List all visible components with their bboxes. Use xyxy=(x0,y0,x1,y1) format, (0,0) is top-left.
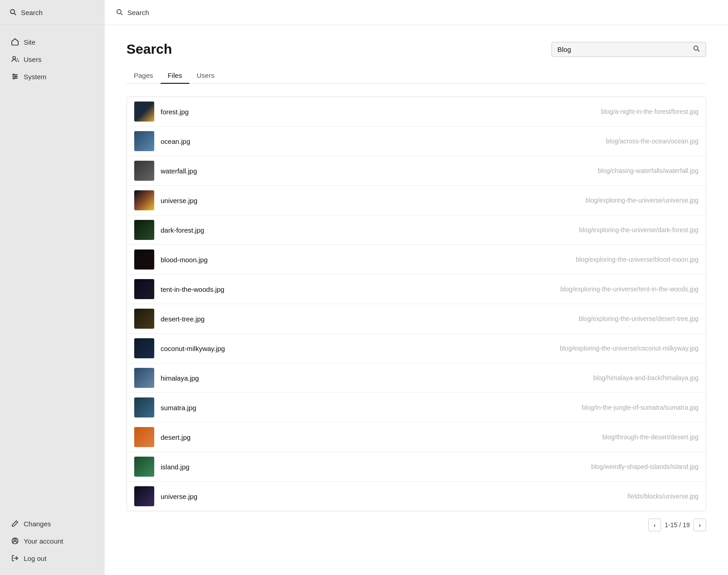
sidebar-item-site[interactable]: Site xyxy=(5,34,99,50)
file-row[interactable]: desert-tree.jpgblog/exploring-the-univer… xyxy=(127,304,706,334)
sidebar-search-label: Search xyxy=(21,9,43,16)
sidebar-item-your-account[interactable]: Your account xyxy=(5,533,99,549)
file-thumbnail xyxy=(134,397,154,417)
file-thumbnail xyxy=(134,486,154,506)
prev-page-button[interactable]: ‹ xyxy=(648,519,661,531)
home-icon xyxy=(11,38,19,46)
file-row[interactable]: forest.jpgblog/a-night-in-the-forest/for… xyxy=(127,97,706,127)
file-name: universe.jpg xyxy=(161,493,627,500)
file-list: forest.jpgblog/a-night-in-the-forest/for… xyxy=(126,97,706,511)
page-info: 1-15 / 19 xyxy=(665,521,690,529)
page-title: Search xyxy=(126,41,172,57)
file-thumbnail xyxy=(134,427,154,447)
main-body: Search Pages Files Users forest.jpgblog/… xyxy=(105,25,728,575)
file-name: dark-forest.jpg xyxy=(161,226,579,234)
svg-point-8 xyxy=(14,78,15,79)
file-path: fields/blocks/universe.jpg xyxy=(627,493,698,500)
sliders-icon xyxy=(11,72,19,81)
file-row[interactable]: universe.jpgfields/blocks/universe.jpg xyxy=(127,482,706,511)
file-name: forest.jpg xyxy=(161,108,601,116)
search-input[interactable] xyxy=(557,46,689,53)
search-tabs: Pages Files Users xyxy=(126,68,706,84)
tab-pages[interactable]: Pages xyxy=(126,68,161,84)
file-name: desert-tree.jpg xyxy=(161,315,579,323)
search-submit-icon[interactable] xyxy=(693,45,700,54)
users-icon xyxy=(11,55,19,63)
sidebar-item-changes[interactable]: Changes xyxy=(5,516,99,531)
file-thumbnail xyxy=(134,102,154,122)
sidebar-item-users[interactable]: Users xyxy=(5,51,99,67)
main-header: Search xyxy=(105,0,728,25)
file-row[interactable]: sumatra.jpgblog/in-the-jungle-of-sumatra… xyxy=(127,393,706,422)
file-thumbnail xyxy=(134,309,154,329)
sidebar-item-users-label: Users xyxy=(24,56,41,63)
file-row[interactable]: coconut-milkyway.jpgblog/exploring-the-u… xyxy=(127,334,706,363)
file-thumbnail xyxy=(134,249,154,270)
svg-point-14 xyxy=(694,46,698,50)
search-header: Search xyxy=(126,41,706,57)
file-thumbnail xyxy=(134,457,154,477)
file-row[interactable]: tent-in-the-woods.jpgblog/exploring-the-… xyxy=(127,275,706,304)
search-icon xyxy=(9,8,17,16)
file-thumbnail xyxy=(134,368,154,388)
file-name: blood-moon.jpg xyxy=(161,256,576,264)
file-path: blog/a-night-in-the-forest/forest.jpg xyxy=(601,108,698,115)
search-input-wrap[interactable] xyxy=(551,42,706,57)
sidebar-search-button[interactable]: Search xyxy=(9,8,96,16)
file-row[interactable]: universe.jpgblog/exploring-the-universe/… xyxy=(127,186,706,215)
file-thumbnail xyxy=(134,279,154,299)
file-row[interactable]: ocean.jpgblog/across-the-ocean/ocean.jpg xyxy=(127,127,706,156)
svg-point-6 xyxy=(13,74,15,76)
file-path: blog/through-the-desert/desert.jpg xyxy=(602,433,698,441)
sidebar-item-your-account-label: Your account xyxy=(24,537,63,545)
file-path: blog/exploring-the-universe/desert-tree.… xyxy=(579,315,698,322)
file-row[interactable]: dark-forest.jpgblog/exploring-the-univer… xyxy=(127,215,706,245)
svg-point-0 xyxy=(10,10,15,14)
file-path: blog/weirdly-shaped-islands/island.jpg xyxy=(591,463,698,470)
log-out-icon xyxy=(11,554,19,562)
next-page-button[interactable]: › xyxy=(693,519,706,531)
sidebar-bottom: Changes Your account Log out xyxy=(0,510,105,575)
sidebar-item-system-label: System xyxy=(24,73,46,81)
sidebar-item-system[interactable]: System xyxy=(5,69,99,84)
file-thumbnail xyxy=(134,220,154,240)
svg-line-15 xyxy=(698,50,700,51)
file-row[interactable]: desert.jpgblog/through-the-desert/desert… xyxy=(127,422,706,452)
file-name: tent-in-the-woods.jpg xyxy=(161,285,560,293)
svg-point-10 xyxy=(14,539,16,541)
file-path: blog/exploring-the-universe/blood-moon.j… xyxy=(576,256,698,263)
sidebar-item-log-out[interactable]: Log out xyxy=(5,550,99,566)
svg-point-7 xyxy=(15,76,17,77)
file-thumbnail xyxy=(134,131,154,151)
file-name: universe.jpg xyxy=(161,197,586,204)
svg-line-1 xyxy=(15,14,16,15)
file-thumbnail xyxy=(134,190,154,210)
file-thumbnail xyxy=(134,161,154,181)
file-row[interactable]: island.jpgblog/weirdly-shaped-islands/is… xyxy=(127,452,706,482)
file-path: blog/exploring-the-universe/dark-forest.… xyxy=(579,226,698,234)
edit-icon xyxy=(11,519,19,528)
file-path: blog/exploring-the-universe/coconut-milk… xyxy=(560,345,698,352)
user-circle-icon xyxy=(11,537,19,545)
file-path: blog/in-the-jungle-of-sumatra/sumatra.jp… xyxy=(582,404,698,411)
svg-point-12 xyxy=(117,10,121,14)
file-name: desert.jpg xyxy=(161,433,602,441)
sidebar-item-site-label: Site xyxy=(24,38,35,46)
tab-files[interactable]: Files xyxy=(161,68,190,84)
file-row[interactable]: himalaya.jpgblog/himalaya-and-back/himal… xyxy=(127,363,706,393)
file-path: blog/chasing-waterfalls/waterfall.jpg xyxy=(598,167,698,174)
sidebar-item-log-out-label: Log out xyxy=(24,555,46,562)
tab-users[interactable]: Users xyxy=(189,68,222,84)
file-name: coconut-milkyway.jpg xyxy=(161,345,560,352)
file-path: blog/across-the-ocean/ocean.jpg xyxy=(606,137,698,145)
file-name: sumatra.jpg xyxy=(161,404,582,412)
sidebar-item-changes-label: Changes xyxy=(24,520,51,528)
header-search-label: Search xyxy=(127,9,149,16)
file-row[interactable]: waterfall.jpgblog/chasing-waterfalls/wat… xyxy=(127,156,706,186)
sidebar: Search Site Users xyxy=(0,0,105,575)
svg-line-13 xyxy=(121,14,123,15)
file-row[interactable]: blood-moon.jpgblog/exploring-the-univers… xyxy=(127,245,706,275)
file-path: blog/exploring-the-universe/universe.jpg xyxy=(586,197,698,204)
sidebar-top: Search xyxy=(0,0,105,25)
pagination: ‹ 1-15 / 19 › xyxy=(126,519,706,531)
